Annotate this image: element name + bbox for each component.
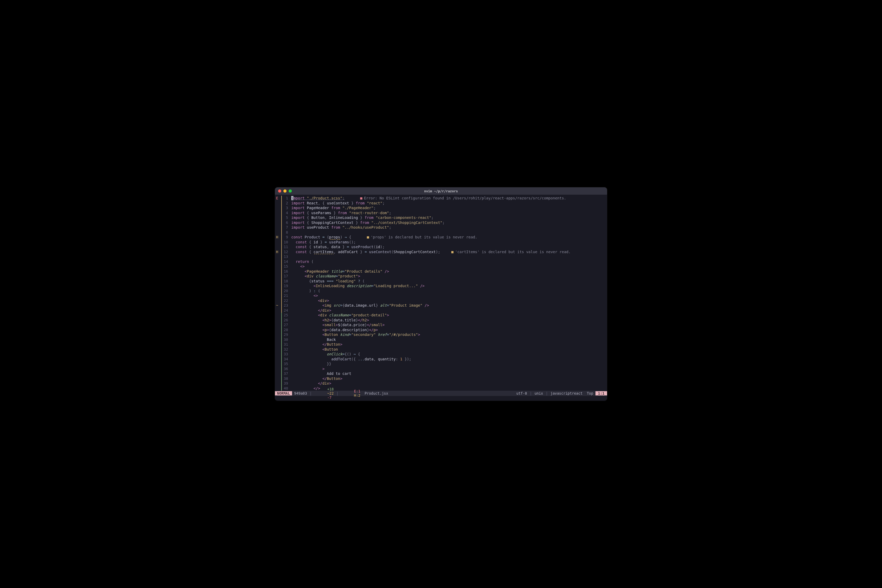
code-line[interactable]: 3import PageHeader from "./PageHeader"; xyxy=(275,206,607,210)
code-content[interactable]: import "./Product.scss"; ■Error: No ESLi… xyxy=(291,196,607,201)
code-line[interactable]: 30 Back xyxy=(275,337,607,342)
code-content[interactable]: const Product = (props) ⇒ { ■'props' is … xyxy=(291,235,607,240)
code-line[interactable]: 32 <Button xyxy=(275,347,607,352)
code-line[interactable]: 28 <p>{data.description}</p> xyxy=(275,327,607,333)
maximize-button[interactable] xyxy=(288,189,292,193)
code-content[interactable]: import React, { useContext } from "react… xyxy=(291,201,607,206)
code-line[interactable]: 7import useProduct from "../hooks/usePro… xyxy=(275,225,607,230)
code-line[interactable]: 13 xyxy=(275,254,607,259)
code-content[interactable]: {status === "loading" ? ( xyxy=(291,279,607,284)
code-content[interactable]: > xyxy=(291,366,607,372)
code-content[interactable] xyxy=(291,230,607,235)
code-content[interactable]: <Button kind="secondary" href="/#/produc… xyxy=(291,332,607,337)
code-line[interactable]: E1import "./Product.scss"; ■Error: No ES… xyxy=(275,196,607,201)
code-content[interactable]: <> xyxy=(291,293,607,298)
code-line[interactable]: 21 <> xyxy=(275,293,607,298)
code-line[interactable]: 29 <Button kind="secondary" href="/#/pro… xyxy=(275,332,607,337)
code-content[interactable]: return ( xyxy=(291,259,607,264)
code-line[interactable]: 38 </Button> xyxy=(275,376,607,381)
code-content[interactable]: <InlineLoading description="Loading prod… xyxy=(291,284,607,288)
code-line[interactable]: 10 const { id } = useParams(); xyxy=(275,240,607,245)
code-line[interactable]: 20 ) : ( xyxy=(275,288,607,294)
editor-viewport[interactable]: E1import "./Product.scss"; ■Error: No ES… xyxy=(275,195,607,391)
code-line[interactable]: 33 onClick={() ⇒ { xyxy=(275,352,607,357)
code-content[interactable]: import { useParams } from "react-router-… xyxy=(291,210,607,216)
code-content[interactable]: <Button xyxy=(291,347,607,352)
close-button[interactable] xyxy=(278,189,281,193)
code-line[interactable]: 14 return ( xyxy=(275,259,607,264)
code-content[interactable]: <small>${data.price}</small> xyxy=(291,322,607,327)
line-number: 37 xyxy=(283,371,291,376)
code-content[interactable]: import useProduct from "../hooks/useProd… xyxy=(291,225,607,230)
git-gutter xyxy=(281,249,283,255)
code-line[interactable]: 31 </Button> xyxy=(275,342,607,347)
code-content[interactable]: Back xyxy=(291,337,607,342)
code-line[interactable]: H12 const { cartItems, addToCart } = use… xyxy=(275,249,607,255)
code-content[interactable]: addToCart({ ...data, quantity: 1 }); xyxy=(291,357,607,362)
titlebar[interactable]: nvim ~/p/r/razors xyxy=(275,187,607,195)
code-content[interactable]: <h2>{data.title}</h2> xyxy=(291,318,607,323)
code-line[interactable]: 16 <PageHeader title="Product details" /… xyxy=(275,269,607,274)
code-line[interactable]: 19 <InlineLoading description="Loading p… xyxy=(275,284,607,288)
line-number: 11 xyxy=(283,244,291,249)
code-content[interactable] xyxy=(291,254,607,259)
code-line[interactable]: 37 Add to cart xyxy=(275,371,607,376)
code-line[interactable]: 17 <div className="product"> xyxy=(275,274,607,279)
code-content[interactable]: </Button> xyxy=(291,342,607,347)
sign-column xyxy=(275,347,281,352)
code-content[interactable]: </Button> xyxy=(291,376,607,381)
code-line[interactable]: 35 }} xyxy=(275,362,607,366)
line-number: 30 xyxy=(283,337,291,342)
code-content[interactable]: import { Button, InlineLoading } from "c… xyxy=(291,215,607,220)
sign-column xyxy=(275,220,281,225)
line-number: 31 xyxy=(283,342,291,347)
code-line[interactable]: 25 <div className="product-detail"> xyxy=(275,313,607,318)
code-content[interactable]: const { cartItems, addToCart } = useCont… xyxy=(291,249,607,255)
code-line[interactable]: 27 <small>${data.price}</small> xyxy=(275,322,607,327)
code-content[interactable]: const { id } = useParams(); xyxy=(291,240,607,245)
code-content[interactable]: <div className="product-detail"> xyxy=(291,313,607,318)
code-line[interactable]: 6import { ShoppingCartContext } from "..… xyxy=(275,220,607,225)
code-content[interactable]: <p>{data.description}</p> xyxy=(291,327,607,333)
code-line[interactable]: 24 </div> xyxy=(275,308,607,313)
code-line[interactable]: 11 const { status, data } = useProduct(i… xyxy=(275,244,607,249)
code-line[interactable]: 8 xyxy=(275,230,607,235)
git-gutter xyxy=(281,288,283,294)
line-number: 35 xyxy=(283,362,291,366)
code-content[interactable]: ) : ( xyxy=(291,288,607,294)
git-gutter xyxy=(281,386,283,391)
code-line[interactable]: ~23 <img src={data.image.url} alt="Produ… xyxy=(275,303,607,308)
sign-column xyxy=(275,254,281,259)
code-content[interactable]: <PageHeader title="Product details" /> xyxy=(291,269,607,274)
minimize-button[interactable] xyxy=(283,189,287,193)
code-content[interactable]: <div className="product"> xyxy=(291,274,607,279)
code-content[interactable]: import { ShoppingCartContext } from "../… xyxy=(291,220,607,225)
code-line[interactable]: 5import { Button, InlineLoading } from "… xyxy=(275,215,607,220)
code-line[interactable]: 2import React, { useContext } from "reac… xyxy=(275,201,607,206)
git-gutter xyxy=(281,215,283,220)
code-content[interactable]: Add to cart xyxy=(291,371,607,376)
line-number: 32 xyxy=(283,347,291,352)
code-content[interactable]: </div> xyxy=(291,308,607,313)
code-content[interactable]: <div> xyxy=(291,298,607,303)
code-line[interactable]: 26 <h2>{data.title}</h2> xyxy=(275,318,607,323)
code-content[interactable]: <> xyxy=(291,264,607,269)
code-line[interactable]: 18 {status === "loading" ? ( xyxy=(275,279,607,284)
code-line[interactable]: 36 > xyxy=(275,366,607,372)
code-content[interactable]: </> xyxy=(291,386,607,391)
code-content[interactable]: onClick={() ⇒ { xyxy=(291,352,607,357)
code-line[interactable]: H9const Product = (props) ⇒ { ■'props' i… xyxy=(275,235,607,240)
git-gutter xyxy=(281,240,283,245)
code-content[interactable]: const { status, data } = useProduct(id); xyxy=(291,244,607,249)
code-line[interactable]: 22 <div> xyxy=(275,298,607,303)
fileformat: unix xyxy=(532,391,545,395)
code-content[interactable]: <img src={data.image.url} alt="Product i… xyxy=(291,303,607,308)
git-gutter xyxy=(281,269,283,274)
code-line[interactable]: 15 <> xyxy=(275,264,607,269)
code-content[interactable]: </div> xyxy=(291,381,607,386)
code-line[interactable]: 4import { useParams } from "react-router… xyxy=(275,210,607,216)
code-content[interactable]: import PageHeader from "./PageHeader"; xyxy=(291,206,607,210)
code-line[interactable]: 34 addToCart({ ...data, quantity: 1 }); xyxy=(275,357,607,362)
code-content[interactable]: }} xyxy=(291,362,607,366)
line-number: 14 xyxy=(283,259,291,264)
